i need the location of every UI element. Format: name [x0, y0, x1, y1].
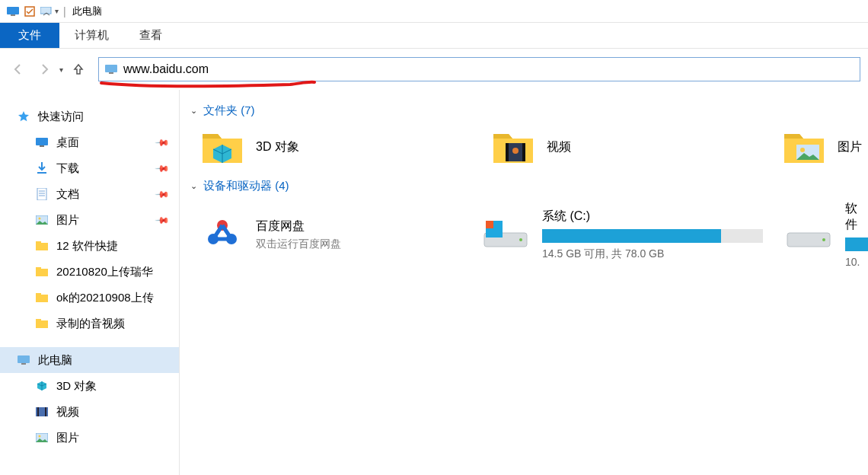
baidu-netdisk-icon: [201, 213, 244, 256]
tab-view[interactable]: 查看: [124, 23, 177, 48]
qat-dropdown-icon[interactable]: [38, 7, 55, 16]
group-header-folders[interactable]: ⌄ 文件夹 (7): [190, 104, 868, 118]
tree-label: 图片: [56, 213, 79, 228]
drive-usage-bar: [845, 238, 868, 251]
addressbar-pc-icon: [105, 65, 117, 74]
tree-label: 12 软件快捷: [56, 239, 118, 253]
tree-pc-videos[interactable]: 视频: [0, 399, 179, 425]
tree-documents[interactable]: 文档 📌: [0, 181, 179, 207]
folder-pictures[interactable]: 图片: [783, 126, 868, 168]
pictures-icon: [35, 431, 49, 445]
tree-label: 下载: [56, 161, 79, 176]
svg-rect-15: [36, 241, 41, 244]
pc-icon: [5, 7, 21, 16]
svg-rect-3: [40, 7, 51, 14]
folder-icon: [35, 265, 49, 279]
item-baidu-netdisk[interactable]: 百度网盘 双击运行百度网盘: [201, 201, 460, 268]
svg-rect-30: [506, 143, 509, 161]
item-label: 视频: [547, 139, 571, 155]
tree-quick-folder-1[interactable]: 12 软件快捷: [0, 233, 179, 259]
tree-downloads[interactable]: 下载 📌: [0, 155, 179, 181]
pc-icon: [17, 353, 30, 367]
tree-label: 图片: [56, 431, 79, 445]
drive-label: 系统 (C:): [542, 209, 763, 225]
pin-icon: 📌: [155, 212, 171, 228]
chevron-down-icon: ⌄: [190, 106, 197, 116]
content-pane: ⌄ 文件夹 (7) 3D 对象: [180, 90, 868, 475]
svg-point-34: [800, 148, 805, 152]
svg-rect-8: [37, 188, 46, 200]
svg-point-43: [822, 238, 825, 241]
folder-videos-icon: [492, 126, 535, 168]
nav-forward-button[interactable]: [34, 59, 55, 80]
item-sublabel: 双击运行百度网盘: [256, 238, 341, 251]
tree-label: 文档: [56, 187, 79, 202]
svg-rect-17: [36, 267, 41, 269]
svg-point-13: [39, 218, 41, 220]
tree-pc-3d[interactable]: 3D 对象: [0, 373, 179, 399]
pin-icon: 📌: [155, 135, 171, 151]
drive-label: 软件: [845, 201, 868, 233]
drive-c[interactable]: 系统 (C:) 14.5 GB 可用, 共 78.0 GB: [481, 201, 763, 268]
svg-rect-5: [109, 72, 113, 74]
nav-back-button[interactable]: [8, 59, 29, 80]
pin-icon: 📌: [155, 161, 171, 177]
svg-rect-19: [36, 293, 41, 295]
tree-label: 3D 对象: [56, 379, 97, 394]
tab-file[interactable]: 文件: [0, 23, 59, 48]
folder-3d-icon: [201, 126, 244, 168]
svg-rect-22: [18, 355, 30, 363]
cube-icon: [35, 379, 49, 393]
properties-qat-icon[interactable]: [21, 6, 38, 17]
window-title: 此电脑: [72, 5, 102, 18]
svg-rect-1: [11, 14, 15, 16]
svg-rect-20: [36, 320, 48, 328]
tree-desktop[interactable]: 桌面 📌: [0, 129, 179, 155]
desktop-icon: [35, 135, 49, 149]
annotation-underline: [100, 80, 321, 91]
svg-point-28: [39, 435, 41, 438]
folder-icon: [35, 239, 49, 253]
svg-rect-40: [486, 221, 493, 228]
group-header-label: 文件夹 (7): [203, 104, 255, 118]
svg-rect-6: [36, 138, 48, 145]
nav-up-button[interactable]: [68, 59, 89, 80]
svg-rect-26: [45, 407, 46, 416]
drive-usage-text: 14.5 GB 可用, 共 78.0 GB: [542, 247, 763, 261]
tree-label: 桌面: [56, 135, 79, 150]
document-icon: [35, 187, 49, 201]
tree-this-pc[interactable]: 此电脑: [0, 347, 179, 373]
drive-icon: [481, 218, 530, 251]
qat-more-icon[interactable]: ▾: [55, 7, 59, 15]
nav-history-dropdown[interactable]: ▾: [59, 65, 63, 74]
svg-point-41: [519, 238, 522, 241]
pictures-icon: [35, 213, 49, 227]
tab-computer[interactable]: 计算机: [59, 23, 124, 48]
tree-quick-folder-3[interactable]: ok的20210908上传: [0, 285, 179, 311]
tree-label: ok的20210908上传: [56, 291, 154, 305]
tree-label: 快速访问: [38, 110, 84, 124]
tree-quick-folder-2[interactable]: 20210820上传瑞华: [0, 259, 179, 285]
tree-label: 录制的音视频: [56, 317, 125, 331]
folder-pictures-icon: [783, 126, 825, 168]
tree-pc-pictures[interactable]: 图片: [0, 425, 179, 451]
svg-rect-25: [37, 407, 39, 416]
folder-videos[interactable]: 视频: [492, 126, 761, 168]
svg-rect-14: [36, 243, 48, 250]
drive-2[interactable]: 软件 10.: [784, 201, 868, 268]
group-header-devices[interactable]: ⌄ 设备和驱动器 (4): [190, 179, 868, 193]
item-label: 百度网盘: [256, 218, 341, 234]
tree-pictures[interactable]: 图片 📌: [0, 207, 179, 233]
folder-icon: [35, 317, 49, 330]
address-bar[interactable]: www.baidu.com: [98, 57, 860, 81]
tree-quick-access[interactable]: 快速访问: [0, 104, 179, 129]
download-icon: [35, 161, 49, 175]
ribbon-tabs: 文件 计算机 查看: [0, 23, 868, 49]
tree-label: 视频: [56, 405, 79, 419]
navigation-tree: 快速访问 桌面 📌 下载 📌 文档 📌: [0, 90, 180, 475]
svg-rect-4: [105, 65, 117, 72]
tree-quick-folder-4[interactable]: 录制的音视频: [0, 311, 179, 336]
folder-3d-objects[interactable]: 3D 对象: [201, 126, 471, 168]
folder-icon: [35, 291, 49, 304]
item-label: 图片: [838, 139, 862, 155]
